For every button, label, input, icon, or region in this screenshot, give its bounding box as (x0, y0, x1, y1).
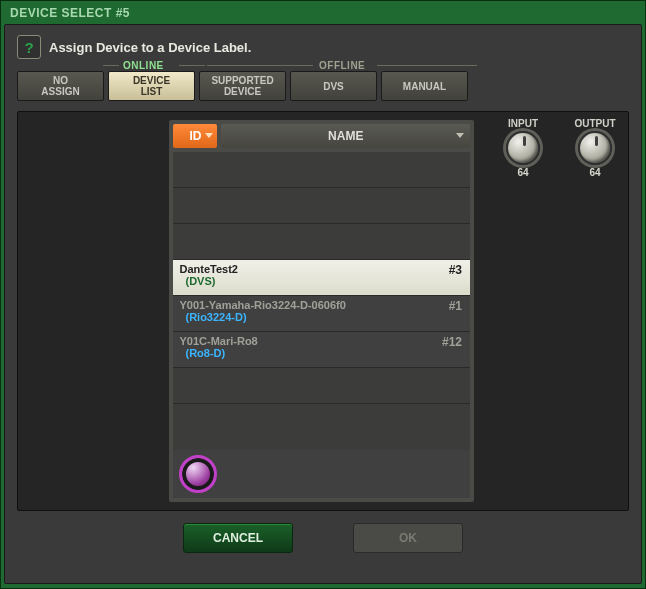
list-footer (173, 450, 470, 498)
device-name: DanteTest2 (179, 263, 464, 275)
tab-label: MANUAL (403, 81, 446, 92)
tab-dvs[interactable]: DVS (290, 71, 377, 101)
input-label: INPUT (508, 118, 538, 129)
list-row-empty[interactable] (173, 188, 470, 224)
column-name[interactable]: NAME (221, 124, 470, 148)
device-id: #1 (449, 299, 462, 313)
output-col: OUTPUT 64 (570, 118, 620, 502)
list-header: ID NAME (173, 124, 470, 148)
main-area: ID NAME DanteTest2 (DVS) #3 Y001-Yamaha-… (17, 111, 629, 511)
tab-no-assign[interactable]: NO ASSIGN (17, 71, 104, 101)
device-name: Y01C-Mari-Ro8 (179, 335, 464, 347)
list-row[interactable]: DanteTest2 (DVS) #3 (173, 260, 470, 296)
ok-button[interactable]: OK (353, 523, 463, 553)
tab-label: DVS (323, 81, 344, 92)
io-knobs: INPUT 64 OUTPUT 64 (498, 118, 620, 502)
ok-label: OK (399, 531, 417, 545)
device-type: (DVS) (185, 275, 464, 287)
section-offline-label: OFFLINE (319, 60, 365, 71)
device-type: (Rio3224-D) (185, 311, 464, 323)
selection-knob[interactable] (179, 455, 217, 493)
input-value: 64 (517, 167, 528, 178)
column-name-label: NAME (328, 129, 363, 143)
device-name: Y001-Yamaha-Rio3224-D-0606f0 (179, 299, 464, 311)
list-row-empty[interactable] (173, 404, 470, 450)
tab-supported-device[interactable]: SUPPORTED DEVICE (199, 71, 286, 101)
output-label: OUTPUT (574, 118, 615, 129)
cancel-button[interactable]: CANCEL (183, 523, 293, 553)
instruction-text: Assign Device to a Device Label. (49, 40, 251, 55)
list-row[interactable]: Y01C-Mari-Ro8 (Ro8-D) #12 (173, 332, 470, 368)
device-id: #3 (449, 263, 462, 277)
tab-device-list[interactable]: DEVICE LIST (108, 71, 195, 101)
device-type: (Ro8-D) (185, 347, 464, 359)
instruction-row: ? Assign Device to a Device Label. (17, 35, 629, 59)
divider (179, 65, 205, 66)
dialog-buttons: CANCEL OK (17, 523, 629, 553)
spacer (26, 120, 169, 502)
window-title: DEVICE SELECT #5 (4, 4, 642, 24)
column-id[interactable]: ID (173, 124, 217, 148)
section-online-label: ONLINE (123, 60, 164, 71)
output-value: 64 (589, 167, 600, 178)
list-row-empty[interactable] (173, 368, 470, 404)
list-row-empty[interactable] (173, 152, 470, 188)
divider (103, 65, 119, 66)
help-icon[interactable]: ? (17, 35, 41, 59)
list-row-empty[interactable] (173, 224, 470, 260)
divider (377, 65, 477, 66)
device-id: #12 (442, 335, 462, 349)
tab-label: DEVICE LIST (133, 75, 170, 97)
divider (207, 65, 313, 66)
device-list-panel: ID NAME DanteTest2 (DVS) #3 Y001-Yamaha-… (169, 120, 474, 502)
list-body: DanteTest2 (DVS) #3 Y001-Yamaha-Rio3224-… (173, 152, 470, 498)
content-frame: ? Assign Device to a Device Label. ONLIN… (4, 24, 642, 584)
input-knob[interactable] (506, 131, 540, 165)
tab-label: NO ASSIGN (41, 75, 79, 97)
input-col: INPUT 64 (498, 118, 548, 502)
cancel-label: CANCEL (213, 531, 263, 545)
column-id-label: ID (189, 129, 201, 143)
device-select-window: DEVICE SELECT #5 ? Assign Device to a De… (0, 0, 646, 589)
list-row[interactable]: Y001-Yamaha-Rio3224-D-0606f0 (Rio3224-D)… (173, 296, 470, 332)
output-knob[interactable] (578, 131, 612, 165)
tab-label: SUPPORTED DEVICE (211, 75, 273, 97)
tab-manual[interactable]: MANUAL (381, 71, 468, 101)
tabs-row: ONLINE OFFLINE NO ASSIGN DEVICE LIST SUP… (17, 71, 629, 101)
